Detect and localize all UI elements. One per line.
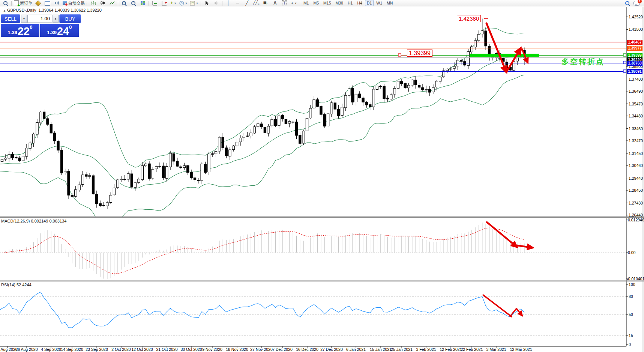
timeframe-h1[interactable]: H1: [346, 0, 354, 6]
chart-shift-button[interactable]: [160, 0, 168, 6]
price-badge: 1.40467: [627, 40, 642, 45]
date-axis-label: 26 Aug 2020: [16, 347, 38, 352]
bid-pips: 22: [18, 26, 30, 36]
signals-button[interactable]: [53, 0, 61, 6]
timeframe-mn[interactable]: MN: [385, 0, 395, 6]
chart-styles-button[interactable]: [34, 0, 42, 6]
crosshair-tool-button[interactable]: [212, 0, 221, 6]
vertical-line-icon: │: [227, 1, 230, 6]
timeframe-h4[interactable]: H4: [355, 0, 364, 6]
price-axis-tick: 1.34480: [629, 114, 643, 118]
buy-button[interactable]: BUY: [59, 14, 81, 23]
price-axis-tick: 1.41500: [629, 27, 643, 32]
horizontal-line-tool-button[interactable]: ─: [233, 0, 242, 6]
date-axis-label: 12 Oct 2020: [131, 347, 153, 352]
zoom-in-button[interactable]: +: [120, 0, 128, 6]
arrows-tool-button[interactable]: ✦▼: [290, 0, 298, 6]
one-click-trading-panel: SELL ▼ 1.00 ▲ BUY 1.39 22 0 1.39 24 0: [1, 14, 82, 37]
date-axis-label: 12 Feb 2021: [440, 347, 462, 352]
mt4-window: + 新订单 自动交易 + −: [0, 0, 644, 352]
new-order-icon: +: [14, 0, 19, 6]
templates-button[interactable]: ▼: [189, 0, 199, 6]
chart-window-icon: [45, 1, 50, 6]
rsi-axis-tick: 50: [629, 312, 633, 317]
bar-chart-mode-button[interactable]: [89, 0, 98, 6]
ask-price-display[interactable]: 1.39 24 0: [40, 24, 79, 37]
chevron-down-icon: ▼: [196, 2, 198, 5]
price-axis-tick: 1.29440: [629, 176, 643, 181]
date-axis-label: 4 Sep 2020: [41, 347, 61, 352]
channel-tool-button[interactable]: ╱╱E: [252, 0, 261, 6]
date-axis-label: 22 Feb 2021: [461, 347, 483, 352]
ask-pips: 24: [57, 26, 69, 36]
paint-bucket-icon: [35, 0, 41, 6]
symbol-search-button[interactable]: [1, 0, 10, 6]
new-order-button[interactable]: + 新订单: [13, 0, 33, 6]
chart-title: ▲GBPUSD-,Daily 1.39864 1.40039 1.38622 1…: [3, 8, 102, 12]
chevron-down-icon: ▼: [185, 2, 188, 5]
bid-price-display[interactable]: 1.39 22 0: [1, 24, 39, 37]
timeframe-w1[interactable]: W1: [374, 0, 384, 6]
toolbar-grip: [87, 1, 88, 5]
volume-increase-button[interactable]: ▲: [53, 15, 59, 23]
trendline-icon: ╱: [246, 1, 248, 6]
timeframe-m1[interactable]: M1: [302, 0, 311, 6]
line-chart-mode-button[interactable]: [108, 0, 116, 6]
tile-windows-icon: [141, 1, 145, 5]
timeframe-m30[interactable]: M30: [334, 0, 345, 6]
timeframe-m5[interactable]: M5: [311, 0, 321, 6]
ask-point: 0: [69, 24, 72, 30]
periods-button[interactable]: ▼: [179, 0, 188, 6]
cursor-tool-button[interactable]: [203, 0, 211, 6]
zoom-out-button[interactable]: −: [129, 0, 138, 6]
vertical-line-tool-button[interactable]: │: [224, 0, 233, 6]
price-axis-tick: 1.32470: [629, 138, 643, 143]
chart-canvas[interactable]: [0, 0, 644, 352]
date-axis-label: 30 Oct 2020: [180, 347, 202, 352]
toolbar-separator: [222, 1, 222, 6]
trendline-tool-button[interactable]: ╱: [243, 0, 251, 6]
candlestick-mode-button[interactable]: [98, 0, 107, 6]
label-tool-button[interactable]: T: [280, 0, 289, 6]
volume-input[interactable]: 1.00: [27, 15, 52, 23]
text-tool-button[interactable]: A: [271, 0, 279, 6]
price-badge: 1.39977: [627, 46, 642, 51]
new-chart-button[interactable]: [43, 0, 52, 6]
price-badge: 1.38760: [627, 61, 642, 66]
rsi-axis-tick: 100: [629, 282, 635, 287]
sell-button[interactable]: SELL: [1, 14, 20, 23]
price-axis-tick: 1.31450: [629, 151, 643, 156]
notifications-button[interactable]: 1: [632, 0, 641, 6]
line-chart-icon: [110, 1, 115, 6]
date-axis-label: 7 Aug 2020: [0, 347, 18, 352]
zoom-out-icon: −: [131, 1, 135, 5]
cn-note-text[interactable]: 多空转折点: [561, 57, 605, 67]
price-axis-tick: 1.33460: [629, 126, 643, 131]
date-axis-label: 27 Dec 2020: [320, 347, 343, 352]
timeframe-d1[interactable]: D1: [365, 0, 374, 6]
indicators-button[interactable]: +▼: [169, 0, 178, 6]
ohlc-values: 1.39864 1.40039 1.38622 1.39220: [39, 8, 102, 12]
auto-scroll-button[interactable]: [150, 0, 159, 6]
add-indicator-icon: +: [171, 1, 173, 6]
level-price-label[interactable]: 1.39399: [407, 50, 432, 57]
price-axis-tick: 1.27430: [629, 201, 643, 205]
date-axis-label: 2 Oct 2020: [111, 347, 131, 352]
notification-badge: 1: [638, 0, 642, 3]
timeframe-m15[interactable]: M15: [321, 0, 333, 6]
macd-axis-zero: 0.00: [628, 250, 635, 255]
search-button[interactable]: [623, 0, 632, 6]
chart-magnifier-icon: [3, 1, 8, 5]
search-icon: [625, 1, 629, 5]
fibonacci-tool-button[interactable]: ☰F: [261, 0, 270, 6]
template-chart-icon: [190, 1, 195, 6]
toolbar-separator: [11, 1, 12, 6]
price-axis-tick: 1.28450: [629, 188, 643, 193]
rsi-axis-tick: 80: [629, 294, 633, 299]
volume-decrease-button[interactable]: ▼: [21, 15, 27, 23]
toolbar: + 新订单 自动交易 + −: [0, 0, 644, 6]
peak-price-label[interactable]: 1.42380: [457, 15, 481, 22]
chevron-down-icon: ▼: [174, 2, 177, 5]
tile-windows-button[interactable]: [138, 0, 147, 6]
auto-trading-button[interactable]: 自动交易: [62, 0, 86, 6]
